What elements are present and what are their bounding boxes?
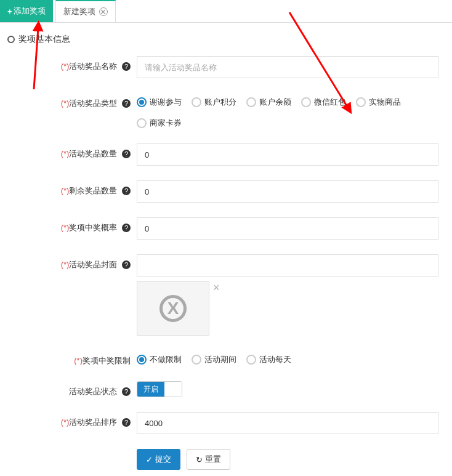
plus-icon: + bbox=[7, 7, 12, 16]
quantity-input[interactable] bbox=[137, 143, 438, 166]
radio-circle-icon bbox=[246, 97, 256, 107]
radio-option[interactable]: 微信红包 bbox=[301, 97, 346, 108]
help-icon[interactable]: ? bbox=[122, 387, 131, 396]
radio-label: 微信红包 bbox=[314, 97, 346, 108]
radio-circle-icon bbox=[137, 97, 147, 107]
radio-label: 实物商品 bbox=[369, 97, 401, 108]
check-icon: ✓ bbox=[146, 455, 153, 464]
radio-label: 谢谢参与 bbox=[150, 97, 182, 108]
help-icon[interactable]: ? bbox=[122, 224, 131, 232]
section-icon bbox=[7, 36, 15, 43]
radio-label: 商家卡券 bbox=[150, 118, 182, 129]
reset-button[interactable]: ↻ 重置 bbox=[187, 449, 230, 470]
help-icon[interactable]: ? bbox=[122, 187, 131, 195]
help-icon[interactable]: ? bbox=[122, 150, 131, 158]
radio-label: 活动期间 bbox=[204, 354, 236, 365]
limit-radio-group: 不做限制活动期间活动每天 bbox=[137, 350, 445, 365]
radio-option[interactable]: 账户积分 bbox=[192, 97, 236, 108]
image-remove-icon[interactable]: × bbox=[213, 281, 220, 294]
radio-circle-icon bbox=[137, 355, 147, 365]
radio-circle-icon bbox=[301, 97, 311, 107]
radio-label: 不做限制 bbox=[150, 354, 182, 365]
section-title: 奖项基本信息 bbox=[18, 34, 70, 45]
remaining-input[interactable] bbox=[137, 180, 438, 203]
help-icon[interactable]: ? bbox=[122, 418, 131, 427]
probability-label: (*)奖项中奖概率 ? bbox=[7, 217, 137, 233]
name-label: (*)活动奖品名称 ? bbox=[7, 56, 137, 72]
radio-option[interactable]: 不做限制 bbox=[137, 354, 182, 365]
radio-label: 活动每天 bbox=[259, 354, 291, 365]
status-toggle[interactable]: 开启 bbox=[137, 381, 182, 397]
radio-option[interactable]: 账户余额 bbox=[246, 97, 291, 108]
limit-label: (*)奖项中奖限制 bbox=[7, 350, 137, 366]
radio-option[interactable]: 活动每天 bbox=[246, 354, 291, 365]
help-icon[interactable]: ? bbox=[122, 99, 131, 108]
radio-option[interactable]: 实物商品 bbox=[356, 97, 401, 108]
sort-label: (*)活动奖品排序 ? bbox=[7, 412, 137, 428]
radio-option[interactable]: 活动期间 bbox=[192, 354, 236, 365]
quantity-label: (*)活动奖品数量 ? bbox=[7, 143, 137, 159]
image-upload-placeholder[interactable]: X bbox=[137, 281, 209, 336]
x-icon: X bbox=[159, 295, 187, 322]
section-header: 奖项基本信息 bbox=[7, 34, 445, 45]
radio-circle-icon bbox=[192, 97, 201, 107]
close-tab-icon[interactable]: ✕ bbox=[99, 7, 108, 16]
type-label: (*)活动奖品类型 ? bbox=[7, 93, 137, 109]
prize-type-radio-group: 谢谢参与账户积分账户余额微信红包实物商品商家卡券 bbox=[137, 93, 445, 129]
radio-option[interactable]: 商家卡券 bbox=[137, 118, 182, 129]
radio-label: 账户余额 bbox=[259, 97, 291, 108]
radio-circle-icon bbox=[137, 118, 147, 128]
probability-input[interactable] bbox=[137, 217, 438, 240]
radio-option[interactable]: 谢谢参与 bbox=[137, 97, 182, 108]
submit-button[interactable]: ✓ 提交 bbox=[137, 449, 180, 470]
add-prize-label: 添加奖项 bbox=[14, 6, 46, 17]
cover-input[interactable] bbox=[137, 254, 438, 276]
cover-label: (*)活动奖品封面 ? bbox=[7, 254, 137, 270]
prize-name-input[interactable] bbox=[137, 56, 438, 78]
new-prize-tab[interactable]: 新建奖项 ✕ bbox=[55, 0, 116, 22]
radio-circle-icon bbox=[356, 97, 366, 107]
status-label: 活动奖品状态 ? bbox=[7, 381, 137, 397]
radio-circle-icon bbox=[192, 355, 201, 365]
toggle-on-label: 开启 bbox=[137, 382, 164, 397]
help-icon[interactable]: ? bbox=[122, 62, 131, 71]
remaining-label: (*)剩余奖品数量 ? bbox=[7, 180, 137, 196]
new-prize-label: 新建奖项 bbox=[63, 6, 95, 17]
add-prize-tab[interactable]: + 添加奖项 bbox=[0, 0, 53, 22]
refresh-icon: ↻ bbox=[196, 455, 203, 464]
radio-label: 账户积分 bbox=[204, 97, 236, 108]
sort-input[interactable] bbox=[137, 412, 438, 434]
help-icon[interactable]: ? bbox=[122, 260, 131, 269]
radio-circle-icon bbox=[246, 355, 256, 365]
